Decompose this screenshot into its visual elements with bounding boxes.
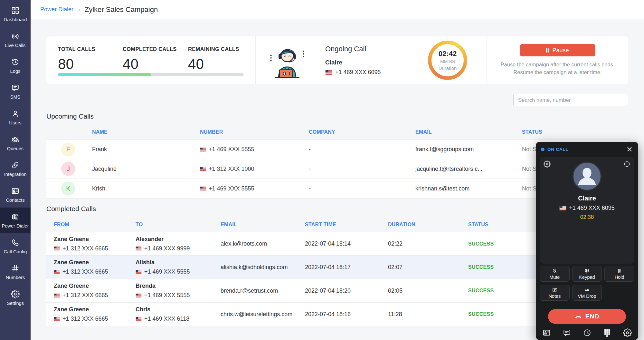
call-duration: 02:05	[388, 287, 468, 294]
keypad-button[interactable]: Keypad	[572, 266, 602, 282]
mute-button[interactable]: Mute	[540, 266, 570, 282]
widget-settings-icon[interactable]	[544, 160, 551, 168]
sidebar-item-power-dialer[interactable]: Power Dialer	[0, 208, 31, 233]
contact-company: -	[309, 146, 415, 153]
sidebar-item-settings[interactable]: Settings	[0, 285, 31, 311]
contact-name: Krish	[92, 185, 200, 192]
call-email: alishia.k@sdholdings.com	[221, 264, 305, 271]
from-number: +1 312 XXX 6665	[54, 245, 136, 252]
caller-avatar	[573, 162, 601, 191]
col-email: EMAIL	[221, 222, 305, 228]
to-cell: Alishia+1 469 XXX 5555	[136, 259, 221, 275]
vm-drop-button[interactable]: VM Drop	[572, 285, 602, 301]
call-email: chris.w@leisurelettings.com	[221, 311, 305, 318]
call-duration: 02:22	[388, 240, 468, 247]
from-cell: Zane Greene+1 312 XXX 6665	[46, 236, 136, 252]
numbers-icon	[11, 264, 20, 273]
call-email: brenda.r@setrust.com	[221, 287, 305, 294]
agent-illustration	[267, 42, 308, 79]
history-icon[interactable]	[583, 328, 592, 337]
page-title: Zylker Sales Campaign	[85, 5, 158, 14]
contact-number: +1 469 XXX 5555	[200, 146, 309, 153]
call-start-time: 2022-07-04 18:20	[305, 287, 388, 294]
vm-drop-icon	[584, 287, 590, 293]
hold-icon	[617, 268, 622, 274]
widget-toolbar	[536, 325, 638, 340]
call-duration-unit: MM:SS	[440, 59, 455, 64]
pause-campaign-card: Pause Pause the campaign after the curre…	[487, 36, 628, 84]
search-input[interactable]	[513, 94, 628, 106]
col-number: NUMBER	[200, 129, 309, 135]
app-root: Dashboard Live Calls Logs SMS Users Queu…	[0, 0, 644, 340]
sidebar-item-live-calls[interactable]: Live Calls	[0, 27, 31, 53]
caller-number: +1 469 XXX 6095	[559, 205, 615, 211]
campaign-progress-fill	[58, 73, 151, 76]
sms-icon	[11, 83, 20, 92]
sidebar-item-logs[interactable]: Logs	[0, 53, 31, 79]
chat-icon[interactable]	[563, 328, 571, 337]
col-to: TO	[136, 222, 221, 228]
pause-button[interactable]: Pause	[520, 44, 595, 56]
sidebar-item-users[interactable]: Users	[0, 104, 31, 130]
contact-name: Frank	[92, 146, 200, 153]
to-name: Brenda	[136, 283, 221, 289]
to-cell: Brenda+1 469 XXX 5555	[136, 283, 221, 299]
caller-name: Claire	[578, 195, 596, 202]
gear-icon[interactable]	[623, 328, 632, 337]
contact-card-icon[interactable]	[542, 328, 551, 337]
call-email: alex.k@roots.com	[221, 240, 305, 247]
sidebar-item-numbers[interactable]: Numbers	[0, 259, 31, 285]
ongoing-call-card: Ongoing Call Claire +1 469 XXX 6095 02:4…	[255, 36, 487, 84]
call-duration-caption: Duration	[439, 65, 457, 71]
sidebar-item-integration[interactable]: Integration	[0, 156, 31, 182]
topbar: Power Dialer › Zylker Sales Campaign	[31, 0, 644, 19]
info-icon[interactable]	[623, 160, 630, 168]
notes-button[interactable]: Notes	[540, 285, 570, 301]
to-name: Alexander	[136, 236, 221, 243]
breadcrumb-power-dialer[interactable]: Power Dialer	[40, 6, 73, 13]
contact-company: -	[309, 185, 415, 192]
sidebar: Dashboard Live Calls Logs SMS Users Queu…	[0, 0, 31, 340]
on-call-status: ON CALL	[547, 147, 569, 152]
col-email: EMAIL	[415, 129, 522, 135]
stat-remaining-calls: REMAINING CALLS 40	[188, 46, 239, 72]
users-icon	[11, 109, 20, 118]
sidebar-item-call-config[interactable]: Call Config	[0, 233, 31, 259]
integration-icon	[11, 161, 20, 170]
live-calls-icon	[11, 32, 20, 41]
from-cell: Zane Greene+1 312 XXX 6665	[46, 259, 136, 275]
call-duration-ring: 02:42 MM:SS Duration	[428, 41, 467, 80]
call-stats-card: TOTAL CALLS 80 COMPLETED CALLS 40 REMAIN…	[46, 36, 255, 84]
ongoing-call-title: Ongoing Call	[325, 45, 381, 53]
col-company: COMPANY	[309, 129, 415, 135]
ongoing-call-name: Claire	[325, 59, 381, 66]
ongoing-call-number: +1 469 XXX 6095	[325, 69, 381, 76]
sidebar-item-sms[interactable]: SMS	[0, 79, 31, 104]
to-number: +1 469 XXX 9999	[136, 245, 221, 252]
stat-total-calls: TOTAL CALLS 80	[58, 46, 123, 72]
mute-icon	[552, 268, 557, 274]
close-icon[interactable]	[626, 146, 633, 153]
col-duration: DURATION	[388, 222, 468, 228]
call-start-time: 2022-07-04 18:16	[305, 311, 388, 318]
from-cell: Zane Greene+1 312 XXX 6665	[46, 283, 136, 299]
hold-button[interactable]: Hold	[604, 266, 634, 282]
from-name: Zane Greene	[54, 306, 136, 313]
call-actions: Mute Keypad Hold Notes VM Drop	[540, 266, 634, 301]
us-flag-icon	[325, 70, 332, 75]
to-name: Alishia	[136, 259, 221, 266]
contact-avatar: F	[61, 142, 75, 157]
end-call-button[interactable]: END	[548, 309, 626, 324]
from-number: +1 312 XXX 6665	[54, 292, 136, 299]
summary-cards-row: TOTAL CALLS 80 COMPLETED CALLS 40 REMAIN…	[46, 36, 628, 84]
contact-number: +1 469 XXX 5555	[200, 185, 309, 192]
contacts-icon	[11, 187, 20, 195]
sidebar-item-queues[interactable]: Queues	[0, 130, 31, 156]
call-info-panel: Claire +1 469 XXX 6095 02:38	[540, 157, 634, 264]
from-name: Zane Greene	[54, 236, 136, 243]
col-name: NAME	[92, 129, 200, 135]
sidebar-item-contacts[interactable]: Contacts	[0, 182, 31, 208]
from-number: +1 312 XXX 6665	[54, 316, 136, 322]
dialpad-icon[interactable]	[603, 328, 611, 337]
sidebar-item-dashboard[interactable]: Dashboard	[0, 1, 31, 27]
